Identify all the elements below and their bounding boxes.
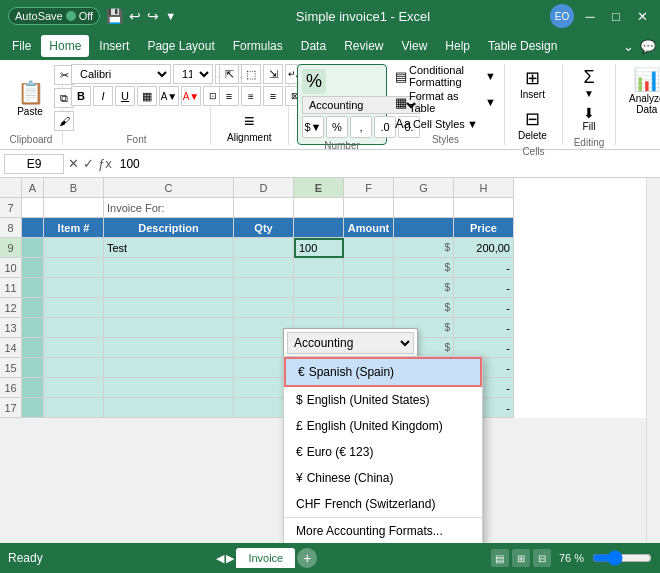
cell-e11[interactable] [294, 278, 344, 298]
align-right-button[interactable]: ≡ [263, 86, 283, 106]
paste-button[interactable]: 📋 Paste [8, 76, 52, 121]
cell-h13[interactable]: - [454, 318, 514, 338]
menu-file[interactable]: File [4, 35, 39, 57]
cell-b9[interactable] [44, 238, 104, 258]
fill-color-button[interactable]: A▼ [159, 86, 179, 106]
save-icon[interactable]: 💾 [106, 8, 123, 24]
comments-icon[interactable]: 💬 [640, 39, 656, 54]
cell-e12[interactable] [294, 298, 344, 318]
cell-g8[interactable] [394, 218, 454, 238]
formula-input[interactable] [116, 155, 656, 173]
comma-button[interactable]: , [350, 116, 372, 138]
bold-button[interactable]: B [71, 86, 91, 106]
cell-e9[interactable]: 100 [294, 238, 344, 258]
vertical-scrollbar[interactable] [646, 178, 660, 543]
currency-swiss[interactable]: CHF French (Switzerland) [284, 491, 482, 517]
cell-a9[interactable] [22, 238, 44, 258]
cell-b8[interactable]: Item # [44, 218, 104, 238]
cell-d7[interactable] [234, 198, 294, 218]
align-left-button[interactable]: ≡ [219, 86, 239, 106]
cell-d9[interactable] [234, 238, 294, 258]
cell-h9[interactable]: 200,00 [454, 238, 514, 258]
align-middle-button[interactable]: ⬚ [241, 64, 261, 84]
cell-h7[interactable] [454, 198, 514, 218]
font-color-button[interactable]: A▼ [181, 86, 201, 106]
cell-e7[interactable] [294, 198, 344, 218]
conditional-formatting-button[interactable]: ▤ Conditional Formatting ▼ [395, 64, 496, 88]
cell-c9[interactable]: Test [104, 238, 234, 258]
quick-access-more[interactable]: ▼ [165, 10, 176, 22]
page-layout-view-button[interactable]: ⊞ [512, 549, 530, 567]
nav-left-icon[interactable]: ◀ [216, 552, 224, 565]
cell-f10[interactable] [344, 258, 394, 278]
menu-review[interactable]: Review [336, 35, 391, 57]
autosave-toggle[interactable]: AutoSave Off [8, 7, 100, 25]
delete-cells-button[interactable]: ⊟ Delete [513, 105, 552, 144]
cell-c14[interactable] [104, 338, 234, 358]
number-format-button[interactable]: % [302, 69, 326, 94]
zoom-slider[interactable] [592, 550, 652, 566]
add-sheet-button[interactable]: + [297, 548, 317, 568]
percent-button[interactable]: % [326, 116, 348, 138]
cell-reference[interactable]: E9 [4, 154, 64, 174]
nav-right-icon[interactable]: ▶ [226, 552, 234, 565]
cell-d11[interactable] [234, 278, 294, 298]
cell-d8[interactable]: Qty [234, 218, 294, 238]
alignment-button[interactable]: ≡ Alignment [219, 109, 279, 145]
cell-c15[interactable] [104, 358, 234, 378]
minimize-button[interactable]: ─ [580, 6, 600, 26]
currency-chinese[interactable]: ¥ Chinese (China) [284, 465, 482, 491]
cell-c11[interactable] [104, 278, 234, 298]
cell-a16[interactable] [22, 378, 44, 398]
underline-button[interactable]: U [115, 86, 135, 106]
cell-c8[interactable]: Description [104, 218, 234, 238]
cell-b7[interactable] [44, 198, 104, 218]
menu-data[interactable]: Data [293, 35, 334, 57]
menu-view[interactable]: View [394, 35, 436, 57]
cell-g12[interactable]: $ [394, 298, 454, 318]
normal-view-button[interactable]: ▤ [491, 549, 509, 567]
menu-insert[interactable]: Insert [91, 35, 137, 57]
decrease-decimal-button[interactable]: .0 [374, 116, 396, 138]
close-button[interactable]: ✕ [632, 6, 652, 26]
cell-h8[interactable]: Price [454, 218, 514, 238]
cell-a13[interactable] [22, 318, 44, 338]
cell-c12[interactable] [104, 298, 234, 318]
page-break-view-button[interactable]: ⊟ [533, 549, 551, 567]
cell-e10[interactable] [294, 258, 344, 278]
cell-f8[interactable]: Amount [344, 218, 394, 238]
align-bottom-button[interactable]: ⇲ [263, 64, 283, 84]
redo-icon[interactable]: ↪ [147, 8, 159, 24]
currency-euro[interactable]: € Euro (€ 123) [284, 439, 482, 465]
cell-a15[interactable] [22, 358, 44, 378]
cell-b12[interactable] [44, 298, 104, 318]
cell-d10[interactable] [234, 258, 294, 278]
menu-page-layout[interactable]: Page Layout [139, 35, 222, 57]
cell-a11[interactable] [22, 278, 44, 298]
cell-f9[interactable] [344, 238, 394, 258]
undo-icon[interactable]: ↩ [129, 8, 141, 24]
ribbon-collapse-icon[interactable]: ⌄ [623, 39, 634, 54]
currency-english-us[interactable]: $ English (United States) [284, 387, 482, 413]
cell-c10[interactable] [104, 258, 234, 278]
cell-a7[interactable] [22, 198, 44, 218]
accounting-format-button[interactable]: $▼ [302, 116, 324, 138]
function-icon[interactable]: ✕ [68, 156, 79, 171]
cell-b13[interactable] [44, 318, 104, 338]
cell-b17[interactable] [44, 398, 104, 418]
currency-spanish-spain[interactable]: € Spanish (Spain) [284, 357, 482, 387]
accounting-select[interactable]: Accounting [287, 332, 414, 354]
cell-f7[interactable] [344, 198, 394, 218]
cell-g10[interactable]: $ [394, 258, 454, 278]
cell-f11[interactable] [344, 278, 394, 298]
italic-button[interactable]: I [93, 86, 113, 106]
cell-a17[interactable] [22, 398, 44, 418]
insert-cells-button[interactable]: ⊞ Insert [514, 64, 550, 103]
more-accounting-formats[interactable]: More Accounting Formats... [284, 517, 482, 543]
cell-b11[interactable] [44, 278, 104, 298]
format-as-table-button[interactable]: ▦ Format as Table ▼ [395, 90, 496, 114]
cell-b14[interactable] [44, 338, 104, 358]
cell-h10[interactable]: - [454, 258, 514, 278]
cell-c7[interactable]: Invoice For: [104, 198, 234, 218]
font-name-select[interactable]: Calibri [71, 64, 171, 84]
